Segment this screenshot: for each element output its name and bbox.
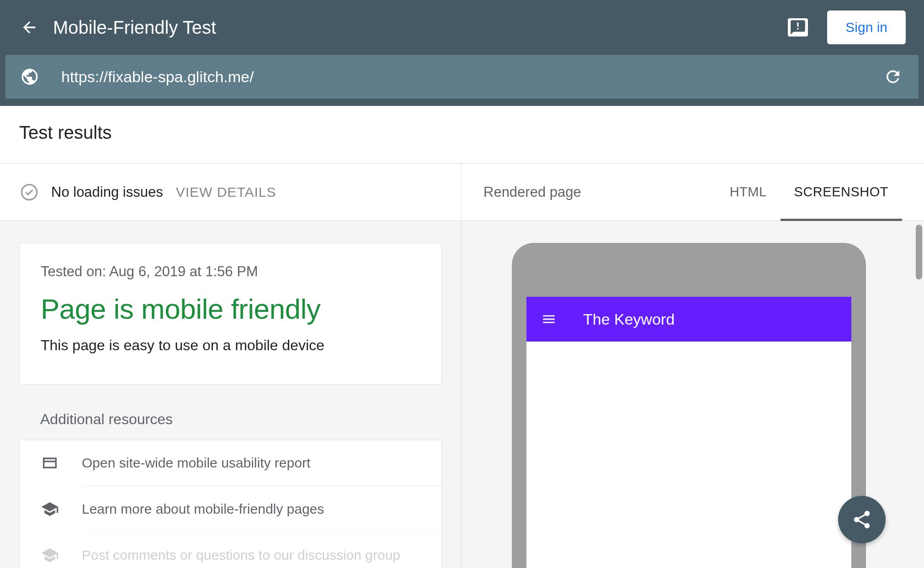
tab-html[interactable]: HTML — [716, 163, 781, 221]
url-bar: https://fixable-spa.glitch.me/ — [5, 55, 919, 99]
phone-screen: The Keyword — [526, 297, 851, 568]
url-input[interactable]: https://fixable-spa.glitch.me/ — [61, 68, 860, 86]
tab-screenshot[interactable]: SCREENSHOT — [781, 163, 902, 221]
resource-row-discuss[interactable]: Post comments or questions to our discus… — [84, 532, 441, 568]
resources-heading: Additional resources — [40, 411, 442, 428]
rendered-page-label: Rendered page — [483, 184, 716, 200]
resource-row-learn[interactable]: Learn more about mobile-friendly pages — [84, 486, 441, 532]
loading-status-row: No loading issues VIEW DETAILS — [0, 163, 461, 221]
refresh-icon — [883, 67, 903, 86]
arrow-back-icon — [20, 18, 38, 37]
resource-row-report[interactable]: Open site-wide mobile usability report — [20, 440, 441, 486]
school-icon — [41, 546, 59, 564]
announcement-icon — [789, 19, 807, 36]
verdict-text: Page is mobile friendly — [41, 293, 420, 325]
back-button[interactable] — [18, 16, 40, 38]
share-icon — [851, 509, 872, 530]
right-subheader: Rendered page HTML SCREENSHOT — [462, 163, 924, 221]
resource-label: Open site-wide mobile usability report — [82, 455, 310, 471]
resources-card: Open site-wide mobile usability report L… — [19, 440, 442, 568]
tested-on-text: Tested on: Aug 6, 2019 at 1:56 PM — [41, 263, 420, 280]
refresh-button[interactable] — [882, 66, 904, 88]
columns: No loading issues VIEW DETAILS Tested on… — [0, 163, 924, 568]
phone-app-title: The Keyword — [583, 310, 837, 328]
globe-icon — [20, 67, 39, 86]
results-heading-row: Test results — [0, 106, 924, 163]
left-body: Tested on: Aug 6, 2019 at 1:56 PM Page i… — [0, 221, 461, 568]
signin-button[interactable]: Sign in — [827, 11, 906, 44]
verdict-subtext: This page is easy to use on a mobile dev… — [41, 337, 420, 354]
share-fab[interactable] — [838, 496, 886, 543]
view-details-link[interactable]: VIEW DETAILS — [176, 184, 276, 200]
header-bar: Mobile-Friendly Test Sign in — [0, 0, 924, 55]
url-bar-wrap: https://fixable-spa.glitch.me/ — [0, 55, 924, 106]
svg-point-0 — [21, 184, 37, 200]
hamburger-icon — [541, 311, 557, 327]
phone-appbar: The Keyword — [526, 297, 851, 342]
check-circle-icon — [20, 183, 38, 201]
results-heading: Test results — [19, 122, 905, 143]
left-column: No loading issues VIEW DETAILS Tested on… — [0, 163, 462, 568]
result-card: Tested on: Aug 6, 2019 at 1:56 PM Page i… — [19, 243, 442, 384]
feedback-button[interactable] — [788, 18, 808, 37]
resource-label: Learn more about mobile-friendly pages — [82, 501, 324, 517]
school-icon — [41, 500, 59, 518]
resource-label: Post comments or questions to our discus… — [82, 547, 400, 563]
scrollbar[interactable] — [916, 225, 922, 279]
phone-frame: The Keyword — [512, 243, 866, 568]
web-icon — [41, 454, 59, 472]
loading-status-text: No loading issues — [51, 184, 163, 200]
app-title: Mobile-Friendly Test — [53, 17, 788, 38]
